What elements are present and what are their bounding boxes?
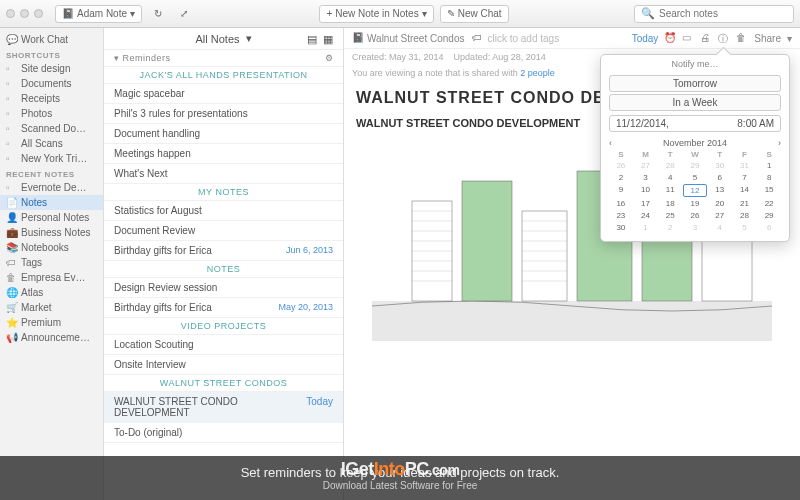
sidebar-item-premium[interactable]: ⭐Premium <box>0 315 103 330</box>
calendar-day[interactable]: 4 <box>658 172 682 183</box>
sidebar-item-businessnotes[interactable]: 💼Business Notes <box>0 225 103 240</box>
calendar-day[interactable]: 6 <box>757 222 781 233</box>
calendar-day[interactable]: 12 <box>683 184 707 197</box>
note-list-row[interactable]: Location Scouting <box>104 335 343 355</box>
print-icon[interactable]: 🖨 <box>700 32 712 44</box>
calendar-day[interactable]: 24 <box>634 210 658 221</box>
reminder-datetime-field[interactable]: 11/12/2014, 8:00 AM <box>609 115 781 132</box>
sidebar-work-chat[interactable]: 💬 Work Chat <box>0 32 103 47</box>
trash-icon[interactable]: 🗑 <box>736 32 748 44</box>
calendar-day[interactable]: 28 <box>658 160 682 171</box>
sidebar-item-market[interactable]: 🛒Market <box>0 300 103 315</box>
reminder-today-link[interactable]: Today <box>632 33 659 44</box>
calendar-day[interactable]: 26 <box>683 210 707 221</box>
calendar-day[interactable]: 25 <box>658 210 682 221</box>
close-window-button[interactable] <box>6 9 15 18</box>
activity-button[interactable]: ⤢ <box>174 5 194 23</box>
calendar-day[interactable]: 15 <box>757 184 781 197</box>
note-list-row[interactable]: Document handling <box>104 124 343 144</box>
calendar-day[interactable]: 6 <box>708 172 732 183</box>
share-people-link[interactable]: 2 people <box>520 68 555 78</box>
calendar-day[interactable]: 22 <box>757 198 781 209</box>
notebook-selector[interactable]: 📓 Adam Note ▾ <box>55 5 142 23</box>
calendar-day[interactable]: 29 <box>757 210 781 221</box>
sidebar-item-notes[interactable]: 📄Notes <box>0 195 103 210</box>
calendar-day[interactable]: 31 <box>733 160 757 171</box>
chevron-down-icon[interactable]: ▾ <box>787 33 792 44</box>
note-list-row[interactable]: Magic spacebar <box>104 84 343 104</box>
info-icon[interactable]: ⓘ <box>718 32 730 44</box>
calendar-day[interactable]: 26 <box>609 160 633 171</box>
calendar-day[interactable]: 1 <box>757 160 781 171</box>
sidebar-item[interactable]: ▫New York Tri… <box>0 151 103 166</box>
sidebar-item[interactable]: ▫Evernote De… <box>0 180 103 195</box>
calendar-day[interactable]: 29 <box>683 160 707 171</box>
sidebar-item-personalnotes[interactable]: 👤Personal Notes <box>0 210 103 225</box>
calendar-day[interactable]: 5 <box>683 172 707 183</box>
sidebar-item[interactable]: ▫Documents <box>0 76 103 91</box>
calendar-prev-button[interactable]: ‹ <box>609 138 612 148</box>
calendar-day[interactable]: 10 <box>634 184 658 197</box>
note-list-row[interactable]: Phil's 3 rules for presentations <box>104 104 343 124</box>
card-view-icon[interactable]: ▤ <box>307 33 319 45</box>
calendar-day[interactable]: 3 <box>683 222 707 233</box>
sidebar-item-empresaev[interactable]: 🗑Empresa Ev… <box>0 270 103 285</box>
chevron-down-icon[interactable]: ▾ <box>246 32 252 45</box>
calendar-day[interactable]: 28 <box>733 210 757 221</box>
note-list-row[interactable]: Meetings happen <box>104 144 343 164</box>
list-view-icon[interactable]: ▦ <box>323 33 335 45</box>
minimize-window-button[interactable] <box>20 9 29 18</box>
reminder-icon[interactable]: ⏰ <box>664 32 676 44</box>
calendar-day[interactable]: 20 <box>708 198 732 209</box>
note-list-row[interactable]: WALNUT STREET CONDO DEVELOPMENTToday <box>104 392 343 423</box>
calendar-day[interactable]: 23 <box>609 210 633 221</box>
calendar-day[interactable]: 17 <box>634 198 658 209</box>
calendar-day[interactable]: 5 <box>733 222 757 233</box>
sidebar-item-notebooks[interactable]: 📚Notebooks <box>0 240 103 255</box>
note-list-row[interactable]: Statistics for August <box>104 201 343 221</box>
calendar-day[interactable]: 3 <box>634 172 658 183</box>
sidebar-item-atlas[interactable]: 🌐Atlas <box>0 285 103 300</box>
tags-field[interactable]: 🏷 click to add tags <box>472 32 559 44</box>
sidebar-item[interactable]: ▫Scanned Do… <box>0 121 103 136</box>
note-list-row[interactable]: Design Review session <box>104 278 343 298</box>
calendar-day[interactable]: 9 <box>609 184 633 197</box>
note-list-row[interactable]: Document Review <box>104 221 343 241</box>
calendar-day[interactable]: 30 <box>609 222 633 233</box>
calendar-next-button[interactable]: › <box>778 138 781 148</box>
calendar-day[interactable]: 21 <box>733 198 757 209</box>
notify-in-a-week-button[interactable]: In a Week <box>609 94 781 111</box>
sidebar-item[interactable]: ▫All Scans <box>0 136 103 151</box>
calendar-day[interactable]: 8 <box>757 172 781 183</box>
calendar-day[interactable]: 1 <box>634 222 658 233</box>
sync-button[interactable]: ↻ <box>148 5 168 23</box>
share-button[interactable]: Share <box>754 33 781 44</box>
sidebar-item-tags[interactable]: 🏷Tags <box>0 255 103 270</box>
new-note-button[interactable]: + New Note in Notes ▾ <box>319 5 433 23</box>
reminders-section-head[interactable]: ▾ Reminders⚙ <box>104 50 343 67</box>
calendar-day[interactable]: 11 <box>658 184 682 197</box>
calendar-day[interactable]: 7 <box>733 172 757 183</box>
calendar-day[interactable]: 2 <box>609 172 633 183</box>
calendar-day[interactable]: 13 <box>708 184 732 197</box>
note-title-breadcrumb[interactable]: 📓 Walnut Street Condos <box>352 32 464 44</box>
calendar-day[interactable]: 30 <box>708 160 732 171</box>
calendar-day[interactable]: 19 <box>683 198 707 209</box>
new-chat-button[interactable]: ✎ New Chat <box>440 5 509 23</box>
note-list-row[interactable]: Onsite Interview <box>104 355 343 375</box>
note-list-row[interactable]: What's Next <box>104 164 343 184</box>
sidebar-item[interactable]: ▫Photos <box>0 106 103 121</box>
notify-tomorrow-button[interactable]: Tomorrow <box>609 75 781 92</box>
note-list-row[interactable]: Birthday gifts for EricaJun 6, 2013 <box>104 241 343 261</box>
calendar-day[interactable]: 16 <box>609 198 633 209</box>
calendar-day[interactable]: 14 <box>733 184 757 197</box>
calendar-day[interactable]: 4 <box>708 222 732 233</box>
gear-icon[interactable]: ⚙ <box>325 53 334 63</box>
sidebar-item[interactable]: ▫Site design <box>0 61 103 76</box>
note-list-row[interactable]: Birthday gifts for EricaMay 20, 2013 <box>104 298 343 318</box>
sidebar-item-announceme[interactable]: 📢Announceme… <box>0 330 103 345</box>
search-box[interactable]: 🔍 <box>634 5 794 23</box>
calendar-day[interactable]: 27 <box>708 210 732 221</box>
calendar-day[interactable]: 18 <box>658 198 682 209</box>
calendar-day[interactable]: 27 <box>634 160 658 171</box>
